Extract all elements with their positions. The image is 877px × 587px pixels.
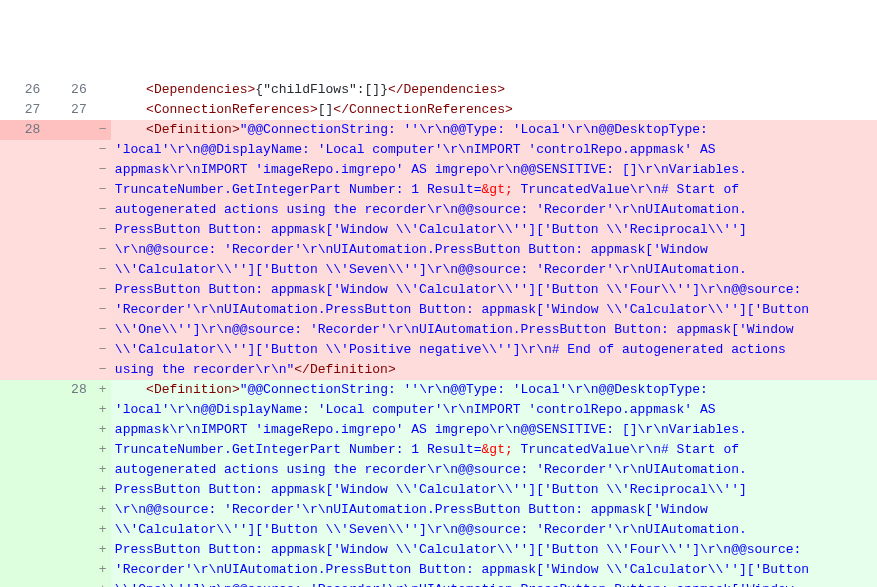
line-number-new bbox=[46, 260, 92, 280]
code-content: appmask\r\nIMPORT 'imageRepo.imgrepo' AS… bbox=[111, 420, 877, 440]
line-number-new bbox=[46, 180, 92, 200]
line-number-old: 27 bbox=[0, 100, 46, 120]
diff-line-del[interactable]: −\\'One\\'']\r\n@@source: 'Recorder'\r\n… bbox=[0, 320, 877, 340]
line-number-old bbox=[0, 200, 46, 220]
diff-marker: − bbox=[93, 120, 111, 140]
diff-marker bbox=[93, 80, 111, 100]
diff-line-add[interactable]: +'local'\r\n@@DisplayName: 'Local comput… bbox=[0, 400, 877, 420]
diff-line-add[interactable]: +appmask\r\nIMPORT 'imageRepo.imgrepo' A… bbox=[0, 420, 877, 440]
code-content: 'local'\r\n@@DisplayName: 'Local compute… bbox=[111, 140, 877, 160]
diff-line-add[interactable]: +TruncateNumber.GetIntegerPart Number: 1… bbox=[0, 440, 877, 460]
line-number-old bbox=[0, 240, 46, 260]
diff-marker: + bbox=[93, 560, 111, 580]
diff-marker: + bbox=[93, 540, 111, 560]
diff-marker: − bbox=[93, 180, 111, 200]
line-number-new bbox=[46, 200, 92, 220]
line-number-old bbox=[0, 320, 46, 340]
diff-line-del[interactable]: −TruncateNumber.GetIntegerPart Number: 1… bbox=[0, 180, 877, 200]
line-number-new bbox=[46, 280, 92, 300]
line-number-new bbox=[46, 300, 92, 320]
diff-marker: − bbox=[93, 240, 111, 260]
code-content: 'Recorder'\r\nUIAutomation.PressButton B… bbox=[111, 560, 877, 580]
diff-line-add[interactable]: +'Recorder'\r\nUIAutomation.PressButton … bbox=[0, 560, 877, 580]
line-number-new bbox=[46, 220, 92, 240]
line-number-old bbox=[0, 560, 46, 580]
diff-marker: + bbox=[93, 460, 111, 480]
diff-marker: − bbox=[93, 140, 111, 160]
diff-line-del[interactable]: −'local'\r\n@@DisplayName: 'Local comput… bbox=[0, 140, 877, 160]
line-number-new bbox=[46, 480, 92, 500]
diff-marker: + bbox=[93, 440, 111, 460]
diff-marker: − bbox=[93, 220, 111, 240]
code-content: \r\n@@source: 'Recorder'\r\nUIAutomation… bbox=[111, 240, 877, 260]
code-content: PressButton Button: appmask['Window \\'C… bbox=[111, 280, 877, 300]
code-content: using the recorder\r\n"</Definition> bbox=[111, 360, 877, 380]
code-content: \\'Calculator\\'']['Button \\'Positive n… bbox=[111, 340, 877, 360]
diff-line-del[interactable]: −'Recorder'\r\nUIAutomation.PressButton … bbox=[0, 300, 877, 320]
diff-line-del[interactable]: −\\'Calculator\\'']['Button \\'Positive … bbox=[0, 340, 877, 360]
code-content: appmask\r\nIMPORT 'imageRepo.imgrepo' AS… bbox=[111, 160, 877, 180]
diff-line-add[interactable]: +\\'Calculator\\'']['Button \\'Seven\\''… bbox=[0, 520, 877, 540]
line-number-new bbox=[46, 120, 92, 140]
line-number-new bbox=[46, 440, 92, 460]
code-content: <Definition>"@@ConnectionString: ''\r\n@… bbox=[111, 380, 877, 400]
diff-line-add[interactable]: +\\'One\\'']\r\n@@source: 'Recorder'\r\n… bbox=[0, 580, 877, 587]
code-content: autogenerated actions using the recorder… bbox=[111, 200, 877, 220]
line-number-old bbox=[0, 440, 46, 460]
diff-line-del[interactable]: −PressButton Button: appmask['Window \\'… bbox=[0, 220, 877, 240]
diff-line-del[interactable]: −appmask\r\nIMPORT 'imageRepo.imgrepo' A… bbox=[0, 160, 877, 180]
diff-marker: − bbox=[93, 280, 111, 300]
diff-marker: − bbox=[93, 260, 111, 280]
diff-marker: − bbox=[93, 340, 111, 360]
line-number-new bbox=[46, 400, 92, 420]
line-number-old bbox=[0, 380, 46, 400]
line-number-new: 27 bbox=[46, 100, 92, 120]
line-number-new bbox=[46, 360, 92, 380]
code-content: \r\n@@source: 'Recorder'\r\nUIAutomation… bbox=[111, 500, 877, 520]
diff-line-add[interactable]: +PressButton Button: appmask['Window \\'… bbox=[0, 480, 877, 500]
line-number-old bbox=[0, 220, 46, 240]
diff-line-del[interactable]: 28− <Definition>"@@ConnectionString: ''\… bbox=[0, 120, 877, 140]
line-number-old bbox=[0, 400, 46, 420]
line-number-old bbox=[0, 420, 46, 440]
line-number-old bbox=[0, 360, 46, 380]
line-number-new bbox=[46, 340, 92, 360]
line-number-old bbox=[0, 160, 46, 180]
diff-line-ctx[interactable]: 2727 <ConnectionReferences>[]</Connectio… bbox=[0, 100, 877, 120]
code-content: <Dependencies>{"childFlows":[]}</Depende… bbox=[111, 80, 877, 100]
line-number-new bbox=[46, 500, 92, 520]
diff-line-add[interactable]: 28+ <Definition>"@@ConnectionString: ''\… bbox=[0, 380, 877, 400]
diff-line-del[interactable]: −\\'Calculator\\'']['Button \\'Seven\\''… bbox=[0, 260, 877, 280]
diff-line-del[interactable]: −using the recorder\r\n"</Definition> bbox=[0, 360, 877, 380]
line-number-old bbox=[0, 480, 46, 500]
diff-marker: − bbox=[93, 160, 111, 180]
diff-marker: + bbox=[93, 520, 111, 540]
line-number-old: 28 bbox=[0, 120, 46, 140]
diff-line-del[interactable]: −PressButton Button: appmask['Window \\'… bbox=[0, 280, 877, 300]
code-content: 'local'\r\n@@DisplayName: 'Local compute… bbox=[111, 400, 877, 420]
line-number-new bbox=[46, 160, 92, 180]
code-content: autogenerated actions using the recorder… bbox=[111, 460, 877, 480]
line-number-old bbox=[0, 500, 46, 520]
line-number-new bbox=[46, 580, 92, 587]
line-number-old bbox=[0, 140, 46, 160]
line-number-new bbox=[46, 420, 92, 440]
diff-marker: − bbox=[93, 360, 111, 380]
diff-line-add[interactable]: +\r\n@@source: 'Recorder'\r\nUIAutomatio… bbox=[0, 500, 877, 520]
diff-marker bbox=[93, 100, 111, 120]
diff-line-add[interactable]: +PressButton Button: appmask['Window \\'… bbox=[0, 540, 877, 560]
diff-marker: − bbox=[93, 320, 111, 340]
diff-line-ctx[interactable]: 2626 <Dependencies>{"childFlows":[]}</De… bbox=[0, 80, 877, 100]
diff-line-del[interactable]: −autogenerated actions using the recorde… bbox=[0, 200, 877, 220]
line-number-old bbox=[0, 280, 46, 300]
line-number-new bbox=[46, 460, 92, 480]
line-number-old bbox=[0, 540, 46, 560]
line-number-new bbox=[46, 540, 92, 560]
diff-line-add[interactable]: +autogenerated actions using the recorde… bbox=[0, 460, 877, 480]
line-number-old bbox=[0, 180, 46, 200]
diff-marker: + bbox=[93, 480, 111, 500]
diff-line-del[interactable]: −\r\n@@source: 'Recorder'\r\nUIAutomatio… bbox=[0, 240, 877, 260]
line-number-old bbox=[0, 340, 46, 360]
code-content: <Definition>"@@ConnectionString: ''\r\n@… bbox=[111, 120, 877, 140]
code-content: \\'One\\'']\r\n@@source: 'Recorder'\r\nU… bbox=[111, 580, 877, 587]
